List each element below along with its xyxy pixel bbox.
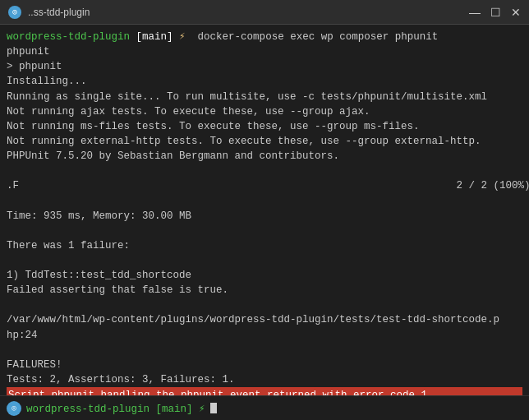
terminal-output: wordpress-tdd-plugin [main] ⚡ docker-com… <box>0 25 529 395</box>
terminal-line: /var/www/html/wp-content/plugins/wordpre… <box>7 312 522 327</box>
terminal-line <box>7 193 522 208</box>
bottom-label: wordpress-tdd-plugin [main] ⚡ <box>26 402 205 415</box>
app-icon: ◎ <box>8 6 21 19</box>
terminal-line: Running as single site... To run multisi… <box>7 90 522 104</box>
close-button[interactable]: ✕ <box>511 7 521 18</box>
bottom-status-bar: ◎ wordpress-tdd-plugin [main] ⚡ <box>0 395 529 420</box>
terminal-line: PHPUnit 7.5.20 by Sebastian Bergmann and… <box>7 149 522 164</box>
bottom-icon: ◎ <box>7 401 21 416</box>
terminal-line: Not running ajax tests. To execute these… <box>7 104 522 119</box>
window-title: ..ss-tdd-plugin <box>28 7 90 18</box>
maximize-button[interactable]: ☐ <box>490 7 501 18</box>
terminal-line: FAILURES! <box>7 358 522 372</box>
terminal-line: > phpunit <box>7 59 522 74</box>
terminal-line <box>7 253 522 268</box>
error-message: Script phpunit handling the phpunit even… <box>7 387 522 395</box>
terminal-line: phpunit <box>7 44 522 59</box>
terminal-line <box>7 343 522 358</box>
terminal-line: Not running ms-files tests. To execute t… <box>7 119 522 134</box>
terminal-line: Installing... <box>7 74 522 89</box>
terminal-line: Tests: 2, Assertions: 3, Failures: 1. <box>7 372 522 387</box>
terminal-line <box>7 164 522 178</box>
terminal-line: wordpress-tdd-plugin [main] ⚡ docker-com… <box>7 30 522 44</box>
minimize-button[interactable]: — <box>469 7 481 18</box>
terminal-cursor <box>210 403 217 413</box>
terminal-line: hp:24 <box>7 328 522 343</box>
terminal-line: Not running external-http tests. To exec… <box>7 134 522 149</box>
terminal-line: Failed asserting that false is true. <box>7 283 522 298</box>
terminal-line <box>7 298 522 312</box>
title-bar: ◎ ..ss-tdd-plugin — ☐ ✕ <box>0 0 529 25</box>
terminal-line: Script phpunit handling the phpunit even… <box>7 387 522 395</box>
window-controls: — ☐ ✕ <box>469 7 521 18</box>
terminal-line: .F 2 / 2 (100%) <box>7 178 522 193</box>
terminal-line <box>7 224 522 238</box>
terminal-line: 1) TddTest::test_tdd_shortcode <box>7 268 522 283</box>
terminal-line: There was 1 failure: <box>7 238 522 253</box>
terminal-line: Time: 935 ms, Memory: 30.00 MB <box>7 209 522 224</box>
